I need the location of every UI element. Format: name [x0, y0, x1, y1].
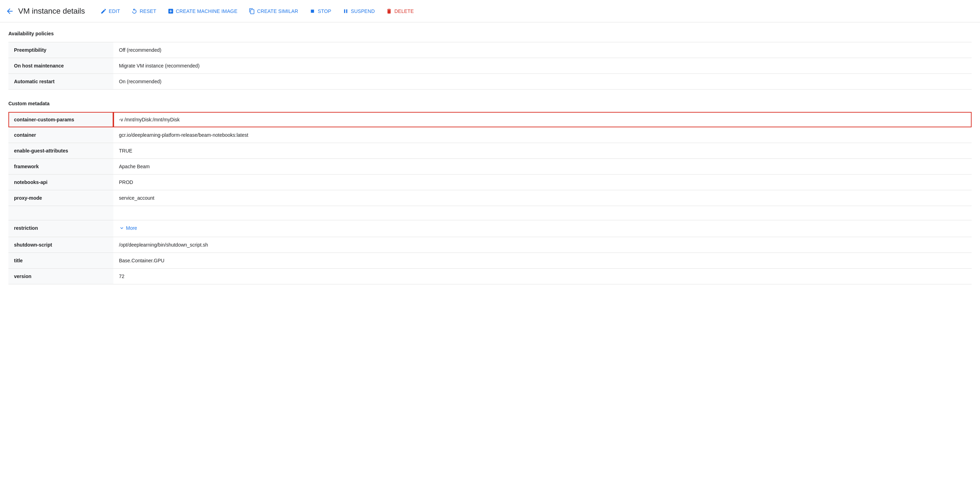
- more-link[interactable]: More: [119, 225, 137, 231]
- row-key: Preemptibility: [8, 42, 113, 58]
- row-value: On (recommended): [113, 74, 972, 89]
- table-row: container gcr.io/deeplearning-platform-r…: [8, 127, 972, 143]
- row-key: framework: [8, 159, 113, 175]
- table-row-empty: [8, 206, 972, 220]
- reset-button[interactable]: RESET: [127, 5, 160, 17]
- edit-button[interactable]: EDIT: [96, 5, 124, 17]
- delete-button[interactable]: DELETE: [382, 5, 418, 17]
- row-value: [113, 206, 972, 220]
- row-key: proxy-mode: [8, 190, 113, 206]
- row-value: 72: [113, 268, 972, 284]
- row-value: Apache Beam: [113, 159, 972, 175]
- row-value: Off (recommended): [113, 42, 972, 58]
- back-button[interactable]: [6, 7, 14, 15]
- chevron-down-icon: [119, 225, 124, 231]
- row-value: service_account: [113, 190, 972, 206]
- row-value: -v /mnt/myDisk:/mnt/myDisk: [113, 112, 972, 127]
- row-value: PROD: [113, 175, 972, 190]
- row-value: Base.Container.GPU: [113, 253, 972, 268]
- custom-metadata-section-heading: Custom metadata: [8, 98, 972, 109]
- table-row: version 72: [8, 268, 972, 284]
- table-row: proxy-mode service_account: [8, 190, 972, 206]
- row-key: enable-guest-attributes: [8, 143, 113, 159]
- row-key: restriction: [8, 220, 113, 237]
- create-machine-image-button[interactable]: CREATE MACHINE IMAGE: [163, 5, 242, 17]
- row-value: Migrate VM instance (recommended): [113, 58, 972, 74]
- page-title: VM instance details: [18, 6, 85, 16]
- table-row: Preemptibility Off (recommended): [8, 42, 972, 58]
- row-key: container: [8, 127, 113, 143]
- row-key: On host maintenance: [8, 58, 113, 74]
- create-similar-button[interactable]: CREATE SIMILAR: [245, 5, 303, 17]
- table-row-highlighted: container-custom-params -v /mnt/myDisk:/…: [8, 112, 972, 127]
- row-key: version: [8, 268, 113, 284]
- row-key: shutdown-script: [8, 237, 113, 253]
- row-value: More: [113, 220, 972, 237]
- table-row: framework Apache Beam: [8, 159, 972, 175]
- table-row: On host maintenance Migrate VM instance …: [8, 58, 972, 74]
- table-row: enable-guest-attributes TRUE: [8, 143, 972, 159]
- stop-button[interactable]: STOP: [305, 5, 335, 17]
- row-value: /opt/deeplearning/bin/shutdown_script.sh: [113, 237, 972, 253]
- toolbar: VM instance details EDIT RESET CREATE MA…: [0, 0, 980, 22]
- suspend-button[interactable]: SUSPEND: [338, 5, 379, 17]
- availability-section-heading: Availability policies: [8, 28, 972, 39]
- row-key: [8, 206, 113, 220]
- custom-metadata-table: container-custom-params -v /mnt/myDisk:/…: [8, 112, 972, 284]
- row-value: TRUE: [113, 143, 972, 159]
- row-key: Automatic restart: [8, 74, 113, 89]
- row-key: title: [8, 253, 113, 268]
- row-value: gcr.io/deeplearning-platform-release/bea…: [113, 127, 972, 143]
- table-row: notebooks-api PROD: [8, 175, 972, 190]
- availability-table: Preemptibility Off (recommended) On host…: [8, 42, 972, 89]
- row-key: container-custom-params: [8, 112, 113, 127]
- content-area: Availability policies Preemptibility Off…: [0, 22, 980, 290]
- table-row-restriction: restriction More: [8, 220, 972, 237]
- table-row: shutdown-script /opt/deeplearning/bin/sh…: [8, 237, 972, 253]
- table-row: title Base.Container.GPU: [8, 253, 972, 268]
- table-row: Automatic restart On (recommended): [8, 74, 972, 89]
- row-key: notebooks-api: [8, 175, 113, 190]
